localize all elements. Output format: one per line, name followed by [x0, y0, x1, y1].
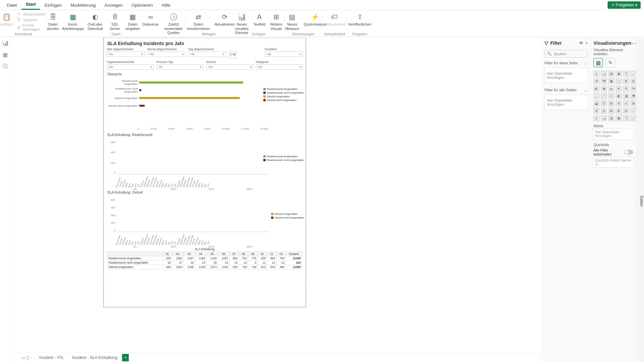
share-button[interactable]: ↗ Freigeben ▾ — [608, 1, 641, 9]
overview-title: Übersicht — [104, 70, 305, 77]
more-icon[interactable]: … — [584, 61, 588, 65]
visual-type-icon[interactable]: ⊠ — [608, 100, 614, 106]
values-label: Werte — [593, 122, 634, 129]
data-view-icon[interactable]: ▦ — [3, 52, 8, 58]
visual-type-icon[interactable]: ◐ — [593, 86, 599, 92]
model-view-icon[interactable]: ⿻ — [3, 63, 8, 69]
slicer[interactable]: Monat abgeschlossenAlle▾ — [147, 47, 185, 58]
sla-matrix[interactable]: SLA Einhaltung 010203040506070809101112G… — [104, 245, 305, 271]
reaktion-chart[interactable]: 6004002000DezemberJanuarFebruarMärzApril… — [104, 137, 305, 188]
report-view-icon[interactable]: 📊 — [2, 40, 9, 46]
visual-type-icon[interactable]: ▤ — [608, 115, 614, 121]
visual-type-icon[interactable]: ◨ — [623, 93, 629, 99]
slicer[interactable]: OrganisationseinheitAlle▾ — [107, 60, 154, 70]
eye-icon[interactable]: 👁 — [579, 41, 583, 45]
page-icon[interactable]: ▭ — [21, 355, 25, 360]
visual-type-icon[interactable]: ◧ — [616, 93, 622, 99]
values-dropzone[interactable]: Hier Datenfelder hinzufügen — [593, 129, 634, 139]
new-measure-button[interactable]: ▤Neues Measure — [281, 11, 304, 31]
tab-optimieren[interactable]: Optimieren — [127, 1, 157, 10]
publish-button[interactable]: ⇪Veröffentlichen — [346, 11, 373, 27]
tab-datei[interactable]: Datei — [3, 1, 21, 10]
visual-type-icon[interactable]: ⫿ — [593, 115, 599, 121]
visual-type-icon[interactable]: ⊞ — [616, 108, 622, 114]
enter-data-button[interactable]: ▦Daten eingeben — [124, 11, 142, 31]
tab-hilfe[interactable]: Hilfe — [158, 1, 175, 10]
visual-type-icon[interactable]: ▦ — [616, 115, 622, 121]
tab-modellierung[interactable]: Modellierung — [66, 1, 99, 10]
slicer[interactable]: KategorieAlle▾ — [256, 60, 303, 70]
report-canvas[interactable]: SLA Einhaltung Incidents pro Jahr Jahr a… — [11, 38, 541, 362]
page-tab-1[interactable]: Incident - ITIL — [36, 354, 67, 361]
visual-type-icon[interactable]: ⬚ — [616, 78, 622, 84]
slicer[interactable]: Prozess-TypAlle▾ — [156, 60, 204, 70]
slicer[interactable]: ServiceAlle▾ — [206, 60, 253, 70]
tab-start[interactable]: Start — [22, 0, 40, 10]
expand-icon[interactable]: » — [631, 41, 633, 45]
more-icon[interactable]: … — [584, 88, 588, 92]
visual-type-icon[interactable]: ⧉ — [616, 100, 622, 106]
textbox-button[interactable]: ATextfeld — [251, 11, 267, 27]
page-icon-mobile[interactable]: ▯ — [27, 355, 29, 360]
clear-filters-button[interactable]: ▽✕ — [229, 51, 236, 58]
filter-drop-all-pages[interactable]: Hier Datenfelder hinzufügen — [545, 95, 588, 110]
build-visual-button[interactable]: ▦ — [593, 58, 603, 67]
zielzeit-chart[interactable]: 8006004002000DezemberJanuarFebruarMärzAp… — [104, 195, 305, 245]
tab-anzeigen[interactable]: Anzeigen — [100, 1, 127, 10]
dataverse-button[interactable]: ∞Dataverse — [143, 11, 159, 27]
add-page-button[interactable]: + — [122, 354, 129, 361]
excel-icon: ▦ — [68, 12, 78, 22]
refresh-icon: ⟳ — [220, 12, 229, 22]
visual-type-icon[interactable]: ⊟ — [623, 108, 629, 114]
visual-type-icon[interactable]: ⊞ — [623, 78, 629, 84]
page-tab-2[interactable]: Incident - SLA Einhaltung — [69, 354, 121, 361]
get-data-button[interactable]: 🗄Daten abrufen — [45, 11, 61, 31]
visual-type-icon[interactable]: R — [623, 86, 629, 92]
measure-icon: ▤ — [288, 12, 297, 22]
visual-type-icon[interactable]: 〽 — [623, 115, 629, 121]
visual-type-icon[interactable]: 📊 — [601, 71, 607, 77]
sqlserver-button[interactable]: 🛢SQL Server — [107, 11, 123, 31]
filter-search[interactable]: 🔍Suchen — [545, 50, 588, 58]
collapse-icon[interactable]: » — [585, 41, 588, 45]
data-pane-collapsed[interactable]: Daten — [636, 38, 644, 362]
slicer[interactable]: Tag abgeschlossenAlle▾ — [188, 47, 226, 58]
excel-button[interactable]: ▦Excel-Arbeitsmappe — [62, 11, 84, 31]
slicer[interactable]: DisabledAlle▾ — [265, 47, 303, 58]
visual-type-icon[interactable]: ⊟ — [593, 108, 599, 114]
overview-chart[interactable]: Reaktionszeit eingehaltenReaktionszeit n… — [104, 77, 305, 127]
visual-type-icon[interactable]: ⬡ — [608, 93, 614, 99]
chevron-down-icon: ▾ — [250, 65, 252, 69]
visual-type-icon[interactable]: 〽 — [623, 71, 629, 77]
visual-type-icon[interactable]: ⧈ — [623, 100, 629, 106]
sql-icon: 🛢 — [110, 12, 120, 22]
keep-filters-toggle[interactable] — [624, 150, 633, 155]
visual-type-icon[interactable]: ▼ — [616, 86, 622, 92]
visual-type-icon[interactable]: ▣ — [608, 78, 614, 84]
report-page[interactable]: SLA Einhaltung Incidents pro Jahr Jahr a… — [104, 38, 306, 307]
visual-type-icon[interactable]: ⊠ — [608, 108, 614, 114]
visual-type-icon[interactable]: 📊 — [601, 115, 607, 121]
visual-type-icon[interactable]: ◔ — [593, 78, 599, 84]
visual-type-icon[interactable]: ▦ — [616, 71, 622, 77]
refresh-button[interactable]: ⟳Aktualisieren — [214, 11, 235, 27]
format-visual-button[interactable]: ✎ — [606, 58, 615, 67]
visual-type-icon[interactable]: ▤ — [608, 71, 614, 77]
visual-type-icon[interactable]: ⊡ — [601, 108, 607, 114]
visual-type-icon[interactable]: ▲ — [608, 86, 614, 92]
onelake-button[interactable]: ◐OneLake-Datenhub — [85, 11, 106, 31]
visual-type-icon[interactable]: ⊡ — [601, 100, 607, 106]
visual-type-icon[interactable]: ⫿ — [593, 71, 599, 77]
slicer[interactable]: Jahr abgeschlossenAlle▾ — [107, 47, 145, 58]
visual-type-icon[interactable]: ⬓ — [593, 100, 599, 106]
visual-type-icon[interactable]: 🗺 — [601, 78, 607, 84]
visual-type-icon[interactable]: … — [593, 93, 599, 99]
filter-drop-this-page[interactable]: Hier Datenfelder hinzufügen — [545, 68, 588, 83]
new-visual-button[interactable]: 📊Neues visuelles Element — [233, 11, 251, 36]
visual-type-icon[interactable]: ⋯ — [601, 93, 607, 99]
transform-data-button[interactable]: ⇄Daten transformieren — [183, 11, 214, 31]
tab-einfuegen[interactable]: Einfügen — [40, 1, 66, 10]
visual-type-icon[interactable]: ◑ — [601, 86, 607, 92]
quickinfo-dropzone[interactable]: QuickInfo-Felder hierher zi... — [593, 157, 634, 168]
chart-icon: 📊 — [237, 12, 246, 22]
